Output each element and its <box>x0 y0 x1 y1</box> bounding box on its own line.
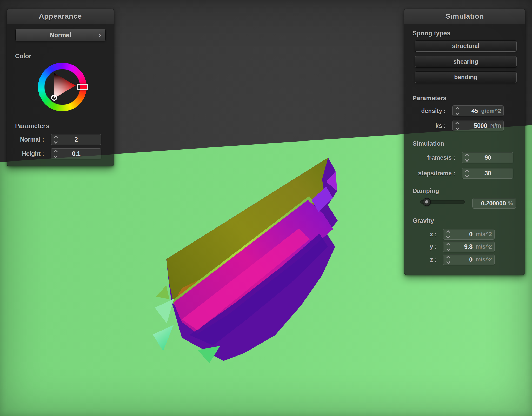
gravity-y-unit: m/s^2 <box>476 243 494 250</box>
simulation-section-label: Simulation <box>413 140 444 147</box>
spinner-arrows-icon[interactable] <box>443 231 453 238</box>
steps-value: 30 <box>471 170 513 177</box>
saturation-value-marker[interactable] <box>51 95 57 101</box>
normal-param-value: 2 <box>60 136 101 143</box>
spinner-arrows-icon[interactable] <box>51 136 60 143</box>
gravity-x-label: x : <box>430 231 437 238</box>
damping-unit: % <box>508 200 513 207</box>
gravity-z-value: 0 <box>453 256 473 263</box>
density-label: density : <box>421 108 446 115</box>
shader-dropdown-label: Normal <box>50 31 71 39</box>
normal-param-input[interactable]: 2 <box>51 134 101 145</box>
bending-button[interactable]: bending <box>415 72 517 83</box>
gravity-label: Gravity <box>413 217 434 224</box>
appearance-parameters-label: Parameters <box>15 122 49 130</box>
height-param-input[interactable]: 0.1 <box>51 148 101 159</box>
damping-value-box[interactable]: 0.200000 % <box>472 198 516 209</box>
density-unit: g/cm^2 <box>481 108 503 114</box>
ks-value: 5000 <box>462 122 487 129</box>
chevron-right-icon: › <box>99 31 101 39</box>
density-value: 45 <box>462 108 478 115</box>
spinner-arrows-icon[interactable] <box>462 154 471 161</box>
ks-label: ks : <box>435 122 446 129</box>
frames-input[interactable]: 90 <box>462 152 513 163</box>
appearance-panel: Appearance Normal › Color Parameters Nor… <box>7 9 114 166</box>
gravity-z-label: z : <box>430 256 437 263</box>
shearing-button[interactable]: shearing <box>415 56 517 67</box>
gravity-y-input[interactable]: -9.8 m/s^2 <box>443 241 495 252</box>
appearance-panel-title[interactable]: Appearance <box>7 9 114 24</box>
normal-param-label: Normal : <box>20 136 44 143</box>
frames-label: frames/s : <box>427 154 455 161</box>
spinner-arrows-icon[interactable] <box>443 243 453 250</box>
frames-value: 90 <box>471 154 513 161</box>
simulation-panel: Simulation Spring types structural shear… <box>404 9 525 275</box>
density-input[interactable]: 45 g/cm^2 <box>452 105 504 116</box>
spinner-arrows-icon[interactable] <box>51 150 60 157</box>
spring-types-label: Spring types <box>413 30 450 37</box>
damping-slider[interactable] <box>420 200 465 204</box>
spinner-arrows-icon[interactable] <box>443 256 453 263</box>
damping-value: 0.200000 <box>481 200 506 207</box>
gravity-x-input[interactable]: 0 m/s^2 <box>443 229 495 240</box>
color-wheel[interactable] <box>38 63 87 111</box>
height-param-value: 0.1 <box>60 150 101 157</box>
structural-button[interactable]: structural <box>415 41 517 52</box>
gravity-y-label: y : <box>430 243 437 250</box>
color-section-label: Color <box>15 52 31 60</box>
gravity-z-unit: m/s^2 <box>476 256 494 263</box>
hue-marker[interactable] <box>77 84 88 90</box>
gravity-y-value: -9.8 <box>453 243 473 250</box>
gravity-z-input[interactable]: 0 m/s^2 <box>443 254 495 265</box>
damping-slider-knob[interactable] <box>423 198 431 206</box>
simulation-panel-title[interactable]: Simulation <box>404 9 525 24</box>
spinner-arrows-icon[interactable] <box>453 108 462 115</box>
height-param-label: Height : <box>22 150 44 157</box>
steps-label: steps/frame : <box>418 170 455 177</box>
spinner-arrows-icon[interactable] <box>462 170 471 177</box>
gravity-x-value: 0 <box>453 231 473 238</box>
damping-label: Damping <box>413 187 439 194</box>
gravity-x-unit: m/s^2 <box>476 231 494 238</box>
steps-input[interactable]: 30 <box>462 168 513 179</box>
simulation-parameters-label: Parameters <box>413 95 447 102</box>
ks-input[interactable]: 5000 N/m <box>452 120 504 131</box>
ks-unit: N/m <box>490 122 503 129</box>
shader-dropdown[interactable]: Normal › <box>16 29 105 41</box>
3d-viewport[interactable]: Appearance Normal › Color Parameters Nor… <box>0 0 532 416</box>
spinner-arrows-icon[interactable] <box>453 122 462 129</box>
